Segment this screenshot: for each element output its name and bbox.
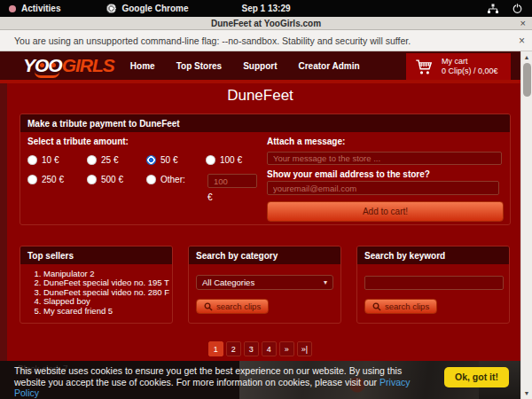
chevron-down-icon: ▾ xyxy=(324,278,327,286)
pagination: 1 2 3 4 » »| xyxy=(0,341,520,356)
window-title: DuneFeet at YooGirls.com xyxy=(211,19,321,28)
cookie-message-text: This website uses cookies to ensure you … xyxy=(14,365,402,387)
top-sellers-header: Top sellers xyxy=(20,246,172,264)
page-button-4[interactable]: 4 xyxy=(262,341,277,356)
page-content: YOOGIRLS Home Top Stores Support Creator… xyxy=(0,51,520,399)
radio-25[interactable]: 25 € xyxy=(87,155,146,165)
nav-item-home[interactable]: Home xyxy=(130,61,155,71)
radio-other[interactable]: Other: xyxy=(146,175,206,184)
radio-icon xyxy=(87,155,97,165)
page-title: DuneFeet xyxy=(0,87,520,105)
cart-summary: My cart 0 Clip(s) / 0,00€ xyxy=(442,57,498,76)
radio-checked-icon xyxy=(146,155,156,165)
other-amount-input[interactable] xyxy=(207,174,257,188)
nav-item-support[interactable]: Support xyxy=(243,61,277,71)
tribute-panel-header: Make a tribute payment to DuneFeet xyxy=(20,114,510,132)
email-label: Show your email address to the store? xyxy=(267,169,430,179)
radio-100[interactable]: 100 € xyxy=(206,155,265,165)
radio-label: 250 € xyxy=(42,175,64,184)
radio-label: 500 € xyxy=(101,175,123,184)
keyword-search-header: Search by keyword xyxy=(357,246,509,264)
radio-label: 50 € xyxy=(160,155,177,165)
category-search-header: Search by category xyxy=(189,246,340,264)
radio-250[interactable]: 250 € xyxy=(27,175,87,184)
radio-icon xyxy=(206,155,215,165)
network-icon xyxy=(487,4,499,14)
window-title-bar: DuneFeet at YooGirls.com × xyxy=(0,17,532,30)
search-icon xyxy=(204,302,213,311)
screen: Activities Google Chrome Sep 1 13:29 Dun… xyxy=(0,0,532,399)
page-button-1[interactable]: 1 xyxy=(208,341,223,356)
tribute-panel: Make a tribute payment to DuneFeet Selec… xyxy=(20,113,511,225)
add-to-cart-button[interactable]: Add to cart! xyxy=(267,201,504,222)
scrollbar[interactable]: ▲ ▼ xyxy=(520,51,532,399)
radio-label: 100 € xyxy=(220,155,242,165)
message-label: Attach a message: xyxy=(267,137,345,146)
page-button-last[interactable]: »| xyxy=(297,341,312,356)
logo-smile-icon xyxy=(35,72,59,78)
cart-count: 0 Clip(s) / 0,00€ xyxy=(442,66,498,75)
nav-item-top-stores[interactable]: Top Stores xyxy=(176,61,222,71)
category-select[interactable]: All Categories ▾ xyxy=(196,275,333,290)
infobar-message: You are using an unsupported command-lin… xyxy=(14,35,411,46)
category-search-button[interactable]: search clips xyxy=(196,299,269,314)
radio-icon xyxy=(27,155,37,165)
search-button-label: search clips xyxy=(385,301,429,311)
system-tray[interactable] xyxy=(487,0,523,17)
browser-viewport: YOOGIRLS Home Top Stores Support Creator… xyxy=(0,51,532,399)
radio-label: 25 € xyxy=(101,155,118,165)
my-cart-button[interactable]: My cart 0 Clip(s) / 0,00€ xyxy=(406,53,511,80)
top-sellers-panel: Top sellers Manipulator 2 DuneFeet speci… xyxy=(20,246,173,324)
cookie-message: This website uses cookies to ensure you … xyxy=(14,365,433,399)
search-button-label: search clips xyxy=(216,301,261,311)
cookie-accept-button[interactable]: Ok, got it! xyxy=(444,367,509,387)
scrollbar-thumb[interactable] xyxy=(523,63,531,97)
page-button-3[interactable]: 3 xyxy=(244,341,259,356)
scroll-down-icon[interactable]: ▼ xyxy=(521,390,532,396)
keyword-search-button[interactable]: search clips xyxy=(364,299,437,314)
main-nav: Home Top Stores Support Creator Admin xyxy=(130,61,360,71)
desktop-top-bar: Activities Google Chrome Sep 1 13:29 xyxy=(0,0,532,17)
search-icon xyxy=(372,302,381,311)
cookie-zone: Black clerk 7 This website uses cookies … xyxy=(0,361,520,399)
cookie-banner: This website uses cookies to ensure you … xyxy=(0,361,520,399)
radio-50[interactable]: 50 € xyxy=(146,155,206,165)
infobar-close-icon[interactable]: × xyxy=(519,35,525,47)
power-icon xyxy=(512,3,523,14)
clock[interactable]: Sep 1 13:29 xyxy=(0,4,532,13)
window-close-icon[interactable]: × xyxy=(520,17,526,30)
cart-icon xyxy=(413,57,434,76)
site-logo[interactable]: YOOGIRLS xyxy=(23,55,114,76)
radio-icon xyxy=(27,175,37,184)
radio-icon xyxy=(146,175,156,184)
top-sellers-list: Manipulator 2 DuneFeet special video no.… xyxy=(43,270,172,316)
euro-sign: € xyxy=(207,192,213,202)
logo-eye-icon xyxy=(40,63,44,67)
page-button-2[interactable]: 2 xyxy=(226,341,241,356)
chrome-infobar: You are using an unsupported command-lin… xyxy=(0,30,532,51)
radio-500[interactable]: 500 € xyxy=(87,175,146,184)
keyword-input[interactable] xyxy=(364,276,504,290)
header-divider xyxy=(0,80,520,83)
bottom-panels: Top sellers Manipulator 2 DuneFeet speci… xyxy=(20,246,510,324)
category-selected-option: All Categories xyxy=(202,278,254,287)
radio-10[interactable]: 10 € xyxy=(27,155,87,165)
page-button-next[interactable]: » xyxy=(279,341,294,356)
site-header: YOOGIRLS Home Top Stores Support Creator… xyxy=(0,51,520,80)
page-left-edge xyxy=(0,83,7,361)
radio-label: Other: xyxy=(160,175,185,184)
top-seller-item[interactable]: My scared friend 5 xyxy=(43,307,172,316)
keyword-search-panel: Search by keyword search clips xyxy=(356,246,510,324)
amount-label: Select a tribute amount: xyxy=(27,137,129,146)
logo-eye-icon xyxy=(51,63,56,67)
radio-icon xyxy=(87,175,97,184)
message-input[interactable] xyxy=(267,152,502,165)
cart-title: My cart xyxy=(442,57,468,66)
scroll-up-icon[interactable]: ▲ xyxy=(521,54,532,60)
nav-item-creator-admin[interactable]: Creator Admin xyxy=(298,61,359,71)
logo-text-girls: GIRLS xyxy=(62,55,114,75)
category-search-panel: Search by category All Categories ▾ sear… xyxy=(188,246,341,324)
radio-label: 10 € xyxy=(42,155,59,165)
email-input[interactable] xyxy=(267,181,499,195)
